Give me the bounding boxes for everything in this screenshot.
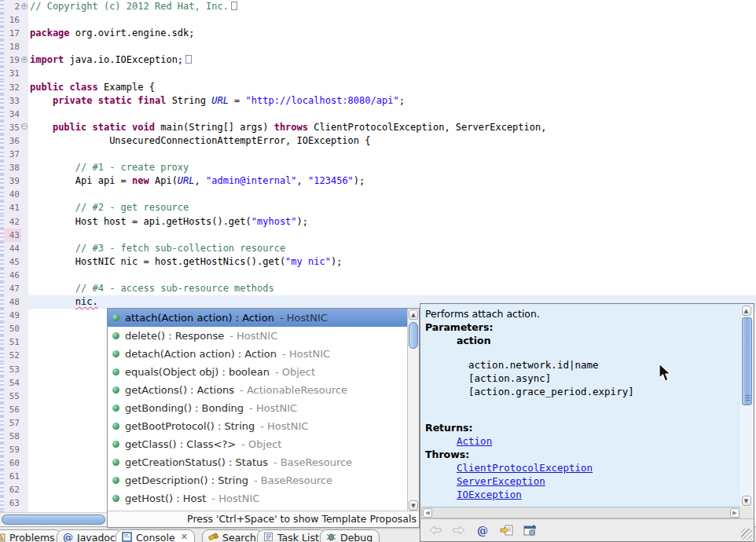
completion-item[interactable]: getBootProtocol() : String - HostNIC <box>108 417 407 435</box>
code-line: 40 <box>0 188 756 201</box>
code-line: 35 − public static void main(String[] ar… <box>0 121 756 134</box>
completion-item[interactable]: attach(Action action) : Action - HostNIC <box>108 309 407 327</box>
completion-label: getClass() : Class<?> <box>125 438 236 450</box>
fold-expand-marker[interactable]: + <box>21 3 28 9</box>
completion-label: getDescription() : String <box>125 474 248 486</box>
code-line: 36 UnsecuredConnectionAttemptError, IOEx… <box>0 134 756 148</box>
view-tab-problems[interactable]: Problems <box>0 529 62 542</box>
fold-collapse-marker[interactable]: − <box>21 123 28 130</box>
code-text: package org.ovirt.engine.sdk; <box>28 27 756 40</box>
content-assist-popup: attach(Action action) : Action - HostNIC… <box>107 308 420 528</box>
view-tab-console[interactable]: Console✕ <box>116 529 195 542</box>
editor-hscroll-thumb[interactable] <box>2 515 105 525</box>
view-tab-debug[interactable]: Debug <box>320 529 380 542</box>
back-button[interactable] <box>428 523 442 537</box>
fold-column <box>21 282 28 295</box>
completion-item[interactable]: detach(Action action) : Action - HostNIC <box>108 345 407 363</box>
throws-exception-link[interactable]: IOException <box>457 489 522 500</box>
show-in-javadoc-view-button[interactable] <box>499 523 513 537</box>
completion-item[interactable]: getBonding() : Bonding - HostNIC <box>108 399 407 417</box>
completion-item[interactable]: equals(Object obj) : boolean - Object <box>108 363 407 381</box>
completion-origin-type: - HostNIC <box>211 493 259 504</box>
fold-column <box>21 295 28 309</box>
fold-expand-marker[interactable]: + <box>21 57 28 63</box>
code-line: 41 // #2 - get resource <box>0 201 756 214</box>
close-icon[interactable]: ✕ <box>181 532 188 542</box>
line-number: 19 <box>4 53 21 67</box>
fold-column <box>21 161 28 174</box>
line-number: 59 <box>4 443 21 456</box>
code-text <box>28 269 756 282</box>
code-line: 39 Api api = new Api(URL, "admin@interna… <box>0 174 756 188</box>
open-in-browser-button[interactable] <box>523 523 537 537</box>
fold-column <box>21 309 28 322</box>
scroll-up-button[interactable]: ▲ <box>742 306 751 316</box>
parameters-label: Parameters: <box>425 320 741 334</box>
fold-column <box>21 148 28 161</box>
returns-type-link[interactable]: Action <box>457 435 492 447</box>
scroll-down-button[interactable]: ▼ <box>742 496 751 506</box>
fold-column <box>21 483 28 496</box>
completion-item[interactable]: getCreationStatus() : Status - BaseResou… <box>108 453 407 471</box>
completion-origin-type: - HostNIC <box>280 312 328 324</box>
scroll-down-button[interactable]: ▼ <box>409 500 418 511</box>
code-line: 33 private static final String URL = "ht… <box>0 94 756 108</box>
line-number: 16 <box>4 13 21 27</box>
fold-column <box>21 27 28 40</box>
view-tab-javadoc[interactable]: @Javadoc <box>57 529 123 542</box>
code-line: 44 // #3 - fetch sub-collection resource <box>0 242 756 255</box>
javadoc-vscroll-thumb[interactable] <box>742 317 752 405</box>
completion-item[interactable]: getHost() : Host - HostNIC <box>108 489 407 507</box>
line-number: 40 <box>4 188 21 201</box>
fold-column <box>21 335 28 349</box>
completion-item[interactable]: delete() : Response - HostNIC <box>108 327 407 345</box>
resize-grip[interactable] <box>741 529 752 540</box>
line-number: 34 <box>4 108 21 121</box>
forward-button[interactable] <box>452 523 466 537</box>
completion-scrollbar[interactable]: ▲ ▼ <box>407 309 419 511</box>
completion-item[interactable]: getActions() : Actions - ActionableResou… <box>108 381 407 399</box>
fold-column <box>21 188 28 201</box>
scroll-right-button[interactable]: ▶ <box>730 508 739 518</box>
view-tab-task-list[interactable]: Task List <box>257 529 326 542</box>
completion-item[interactable]: getDescription() : String - BaseResource <box>108 471 407 489</box>
code-text: private static final String URL = "http:… <box>28 94 756 108</box>
scroll-left-button[interactable]: ◀ <box>423 508 432 518</box>
throws-exception-link[interactable]: ServerException <box>457 475 545 487</box>
scroll-up-button[interactable]: ▲ <box>409 309 418 320</box>
javadoc-vertical-scrollbar[interactable]: ▲ ▼ <box>740 305 753 507</box>
completion-origin-type: - BaseResource <box>254 474 332 486</box>
content-assist-footer: Press 'Ctrl+Space' to show Template Prop… <box>108 511 419 527</box>
fold-column <box>21 430 28 443</box>
folded-region-box[interactable] <box>185 55 192 64</box>
code-text: Host host = api.getHosts().get("myhost")… <box>28 215 756 229</box>
completion-scroll-thumb[interactable] <box>409 322 418 349</box>
throws-exception-link[interactable]: ClientProtocolException <box>457 462 593 474</box>
problems-icon <box>0 532 6 542</box>
javadoc-horizontal-scrollbar[interactable]: ◀ ▶ <box>421 507 741 518</box>
line-number: 33 <box>4 94 21 108</box>
code-text <box>28 40 756 53</box>
code-line: 38 // #1 - create proxy <box>0 161 756 174</box>
view-tab-label: Task List <box>277 532 319 542</box>
javadoc-content: Performs attach action. Parameters: acti… <box>420 304 741 505</box>
fold-column <box>21 470 28 483</box>
line-number: 56 <box>4 403 21 416</box>
view-tab-label: Problems <box>9 532 55 542</box>
show-original-javadoc-button[interactable]: @ <box>475 523 490 537</box>
tasklist-icon <box>263 532 273 542</box>
fold-column <box>21 242 28 255</box>
completion-item[interactable]: getClass() : Class<?> - Object <box>108 435 407 453</box>
view-tab-label: Search <box>222 532 256 542</box>
view-tab-search[interactable]: Search <box>202 529 263 542</box>
fold-column <box>21 349 28 362</box>
line-number: 61 <box>4 470 21 483</box>
console-icon <box>122 532 132 542</box>
public-method-icon <box>112 423 119 430</box>
scrollbar-corner <box>740 507 753 518</box>
completion-label: attach(Action action) : Action <box>125 312 274 324</box>
fold-column <box>21 390 28 403</box>
completion-label: getCreationStatus() : Status <box>125 456 268 468</box>
folded-region-box[interactable] <box>231 2 237 10</box>
line-number: 48 <box>4 295 21 309</box>
